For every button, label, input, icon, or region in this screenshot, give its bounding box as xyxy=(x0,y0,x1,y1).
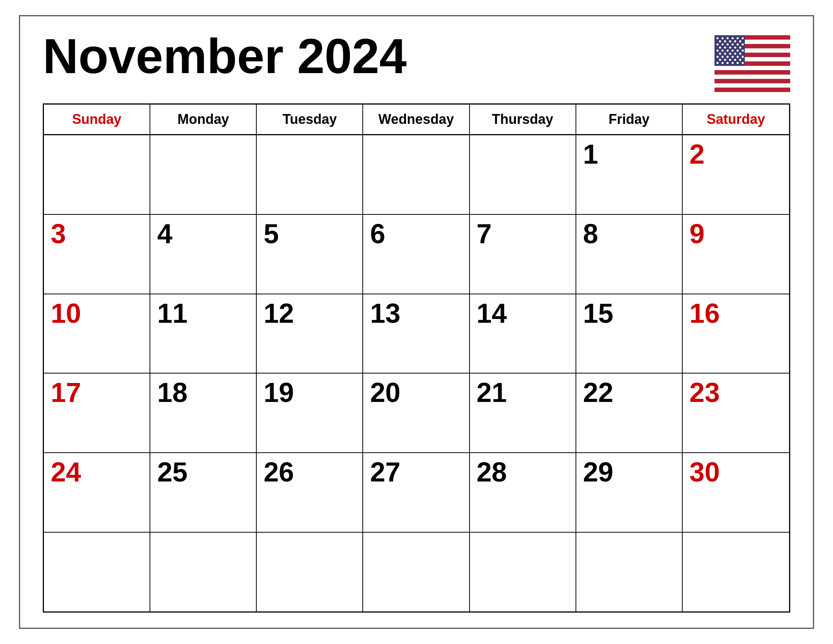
header-saturday: Saturday xyxy=(683,105,789,134)
cell-20: 20 xyxy=(363,374,470,452)
calendar-row-1: 0 0 0 0 0 1 2 xyxy=(44,135,789,215)
svg-point-40 xyxy=(737,50,739,52)
cell-19: 19 xyxy=(257,374,363,452)
cell-empty-6-3: 0 xyxy=(363,533,470,612)
svg-point-45 xyxy=(734,53,737,55)
svg-point-56 xyxy=(734,59,737,61)
cell-empty-2: 0 xyxy=(150,135,257,214)
cell-empty-5: 0 xyxy=(470,135,576,214)
cell-empty-6-2: 0 xyxy=(257,533,363,612)
calendar-row-6: 0 0 0 0 0 0 0 xyxy=(44,533,789,612)
svg-point-17 xyxy=(732,37,734,39)
cell-24: 24 xyxy=(44,453,150,532)
svg-point-55 xyxy=(729,59,731,61)
svg-rect-8 xyxy=(714,70,790,75)
header-thursday: Thursday xyxy=(470,105,576,134)
cell-26: 26 xyxy=(257,453,363,532)
svg-point-23 xyxy=(734,40,737,42)
svg-point-15 xyxy=(722,37,724,39)
cell-16: 16 xyxy=(683,295,789,373)
svg-point-53 xyxy=(719,59,721,61)
svg-rect-10 xyxy=(714,79,790,83)
svg-point-30 xyxy=(742,43,744,46)
cell-6: 6 xyxy=(363,215,470,294)
calendar-row-4: 17 18 19 20 21 22 23 xyxy=(44,374,789,453)
svg-point-27 xyxy=(727,43,729,46)
svg-point-35 xyxy=(739,47,741,49)
svg-point-51 xyxy=(737,56,739,58)
svg-point-16 xyxy=(727,37,729,39)
svg-point-52 xyxy=(742,56,744,58)
svg-point-32 xyxy=(724,47,726,49)
cell-27: 27 xyxy=(363,453,470,532)
calendar-header: November 2024 xyxy=(43,31,790,92)
svg-point-25 xyxy=(716,43,719,46)
calendar-wrapper: November 2024 xyxy=(19,15,814,629)
header-tuesday: Tuesday xyxy=(257,105,363,134)
day-headers: Sunday Monday Tuesday Wednesday Thursday… xyxy=(44,105,789,135)
header-monday: Monday xyxy=(150,105,257,134)
header-sunday: Sunday xyxy=(44,105,150,134)
svg-point-47 xyxy=(716,56,719,58)
cell-15: 15 xyxy=(576,295,683,373)
svg-point-48 xyxy=(722,56,724,58)
svg-point-60 xyxy=(727,62,729,64)
cell-30: 30 xyxy=(683,453,789,532)
header-wednesday: Wednesday xyxy=(363,105,470,134)
svg-point-63 xyxy=(742,62,744,64)
svg-point-54 xyxy=(724,59,726,61)
svg-point-18 xyxy=(737,37,739,39)
svg-point-50 xyxy=(732,56,734,58)
cell-7: 7 xyxy=(470,215,576,294)
cell-23: 23 xyxy=(683,374,789,452)
cell-empty-6-6: 0 xyxy=(683,533,789,612)
cell-21: 21 xyxy=(470,374,576,452)
cell-5: 5 xyxy=(257,215,363,294)
us-flag xyxy=(714,35,790,92)
svg-rect-12 xyxy=(714,87,790,92)
svg-point-44 xyxy=(729,53,731,55)
cell-2: 2 xyxy=(683,135,789,214)
svg-point-46 xyxy=(739,53,741,55)
cell-12: 12 xyxy=(257,295,363,373)
svg-point-36 xyxy=(716,50,719,52)
svg-point-37 xyxy=(722,50,724,52)
svg-point-62 xyxy=(737,62,739,64)
svg-point-58 xyxy=(716,62,719,64)
svg-rect-11 xyxy=(714,83,790,88)
cell-22: 22 xyxy=(576,374,683,452)
svg-point-22 xyxy=(729,40,731,42)
svg-point-14 xyxy=(716,37,719,39)
cell-9: 9 xyxy=(683,215,789,294)
cell-29: 29 xyxy=(576,453,683,532)
cell-empty-1: 0 xyxy=(44,135,150,214)
cell-empty-6-5: 0 xyxy=(576,533,683,612)
svg-rect-13 xyxy=(714,35,745,66)
cell-3: 3 xyxy=(44,215,150,294)
cell-11: 11 xyxy=(150,295,257,373)
cell-13: 13 xyxy=(363,295,470,373)
cell-14: 14 xyxy=(470,295,576,373)
cell-empty-6-1: 0 xyxy=(150,533,257,612)
svg-point-39 xyxy=(732,50,734,52)
svg-point-33 xyxy=(729,47,731,49)
calendar-title: November 2024 xyxy=(43,31,407,80)
calendar-row-3: 10 11 12 13 14 15 16 xyxy=(44,295,789,374)
cell-28: 28 xyxy=(470,453,576,532)
cell-25: 25 xyxy=(150,453,257,532)
svg-point-38 xyxy=(727,50,729,52)
calendar-body: 0 0 0 0 0 1 2 3 4 5 6 7 8 9 10 11 xyxy=(44,135,789,612)
svg-point-61 xyxy=(732,62,734,64)
calendar-grid: Sunday Monday Tuesday Wednesday Thursday… xyxy=(43,103,790,613)
svg-point-59 xyxy=(722,62,724,64)
cell-empty-3: 0 xyxy=(257,135,363,214)
calendar-row-2: 3 4 5 6 7 8 9 xyxy=(44,215,789,295)
svg-rect-7 xyxy=(714,66,790,71)
cell-10: 10 xyxy=(44,295,150,373)
svg-point-21 xyxy=(724,40,726,42)
svg-point-20 xyxy=(719,40,721,42)
svg-point-31 xyxy=(719,47,721,49)
svg-point-43 xyxy=(724,53,726,55)
cell-empty-4: 0 xyxy=(363,135,470,214)
cell-17: 17 xyxy=(44,374,150,452)
